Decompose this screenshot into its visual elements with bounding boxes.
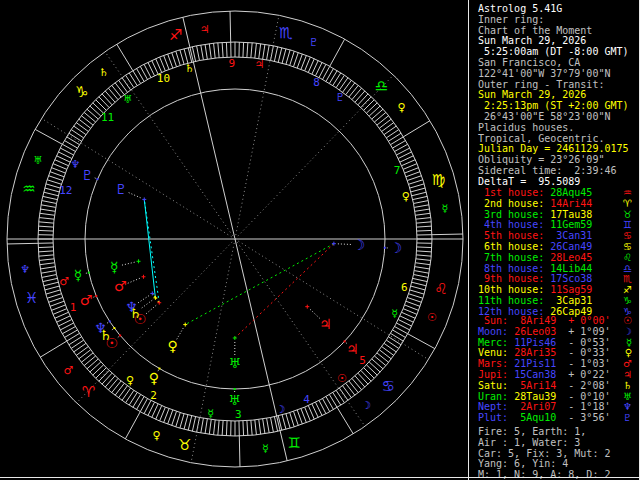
degree-tick bbox=[50, 172, 64, 177]
degree-tick bbox=[415, 213, 430, 215]
degree-tick bbox=[297, 410, 302, 424]
planet-velocity: - 2°08' bbox=[568, 381, 610, 392]
degree-tick bbox=[388, 133, 401, 141]
degree-tick bbox=[346, 83, 355, 95]
house-label: 7th house: bbox=[478, 253, 550, 264]
sign-boundary bbox=[408, 334, 435, 349]
sign-glyph-taurus: ♉ bbox=[178, 436, 191, 454]
sign-glyph-aquarius: ♒ bbox=[22, 180, 35, 198]
degree-tick bbox=[48, 176, 62, 181]
degree-tick bbox=[214, 420, 216, 435]
degree-tick bbox=[361, 97, 371, 108]
degree-tick bbox=[411, 286, 425, 290]
degree-tick bbox=[282, 49, 286, 63]
degree-tick bbox=[278, 48, 282, 63]
degree-tick bbox=[112, 381, 121, 393]
house-ruler-icon-11: ♅ bbox=[123, 93, 133, 106]
degree-tick bbox=[201, 45, 204, 60]
degree-tick bbox=[251, 420, 252, 435]
degree-tick bbox=[377, 353, 389, 362]
natal-planet-glyph-mercury: ☿ bbox=[110, 259, 119, 275]
house-ruler-icon-3: ☿ bbox=[207, 407, 214, 420]
degree-tick bbox=[349, 85, 358, 97]
degree-tick bbox=[129, 392, 137, 405]
degree-tick bbox=[414, 201, 429, 204]
degree-tick bbox=[412, 282, 427, 286]
transit-dot-mars bbox=[95, 295, 97, 297]
transit-dot-saturn bbox=[113, 327, 115, 329]
degree-tick bbox=[374, 356, 385, 366]
aspect-line-moon-venus bbox=[185, 244, 334, 325]
degree-tick bbox=[184, 49, 188, 63]
degree-tick bbox=[129, 73, 137, 86]
planet-row-2: Moon: 26Leo03 + 1°09'☽ bbox=[470, 327, 640, 338]
sign-glyph-virgo: ♍ bbox=[432, 171, 445, 189]
natal-planet-glyph-jupiter: ♃ bbox=[319, 316, 332, 332]
degree-tick bbox=[369, 362, 380, 372]
degree-tick bbox=[214, 43, 216, 58]
degree-tick bbox=[81, 116, 93, 125]
chart-info: Astrolog 5.41GInner ring:Chart of the Mo… bbox=[470, 4, 640, 188]
transit-dot-mercury bbox=[88, 272, 90, 274]
degree-tick bbox=[39, 255, 54, 256]
degree-tick bbox=[76, 123, 88, 132]
natal-pointer-pluto bbox=[129, 193, 141, 198]
planet-position-value: 26Leo03 bbox=[514, 327, 568, 338]
degree-tick bbox=[164, 409, 169, 423]
transit-dot-jupiter bbox=[344, 340, 346, 342]
sign-boundary bbox=[403, 121, 430, 137]
sign-icon: ♈ bbox=[623, 199, 632, 210]
degree-tick bbox=[108, 378, 118, 389]
degree-tick bbox=[69, 337, 82, 345]
planet-row-10: Plut: 5Aqu10 - 3°56'♇ bbox=[470, 413, 640, 424]
transit-pointer-mercury bbox=[84, 273, 87, 274]
degree-tick bbox=[205, 44, 207, 59]
degree-tick bbox=[87, 359, 98, 369]
house-number-11: 11 bbox=[101, 111, 114, 124]
transit-planet-glyph-jupiter: ♃ bbox=[346, 341, 359, 357]
degree-tick bbox=[417, 230, 432, 231]
panel-divider bbox=[468, 0, 469, 480]
degree-tick bbox=[415, 267, 430, 269]
degree-tick bbox=[414, 205, 429, 208]
degree-tick bbox=[297, 54, 302, 68]
sign-boundary bbox=[230, 11, 231, 42]
degree-tick bbox=[386, 340, 398, 348]
degree-tick bbox=[416, 255, 431, 256]
degree-tick bbox=[79, 119, 91, 128]
degree-tick bbox=[405, 305, 419, 310]
degree-tick bbox=[122, 78, 131, 90]
degree-tick bbox=[226, 421, 227, 436]
degree-tick bbox=[43, 278, 58, 281]
degree-tick bbox=[286, 414, 290, 428]
info-line-6: 122°41'00"W 37°79'00"N bbox=[470, 69, 640, 80]
degree-tick bbox=[209, 419, 211, 434]
degree-tick bbox=[90, 106, 101, 116]
degree-tick bbox=[176, 413, 181, 427]
degree-tick bbox=[333, 392, 341, 405]
sign-glyph-capricorn: ♑ bbox=[75, 83, 88, 101]
house-ruler-icon-8: ♇ bbox=[335, 91, 345, 104]
house-number-8: 8 bbox=[313, 76, 320, 89]
degree-tick bbox=[382, 347, 394, 356]
degree-tick bbox=[180, 50, 184, 64]
house-ruler-icon-2: ♀ bbox=[126, 374, 134, 387]
planet-position-value: 5Ari14 bbox=[514, 381, 568, 392]
transit-dot-neptune bbox=[109, 320, 111, 322]
house-ruler-icon-6: ☿ bbox=[391, 307, 398, 320]
degree-tick bbox=[102, 373, 112, 384]
degree-tick bbox=[339, 78, 348, 90]
transit-dot-sun bbox=[119, 334, 121, 336]
sign-ruler-icon-libra: ♀ bbox=[397, 101, 405, 114]
element-summary: Fire: 5, Earth: 1,Air : 1, Water: 3Car: … bbox=[470, 427, 640, 480]
house-ruler-icon-4: ☽ bbox=[276, 403, 286, 416]
degree-tick bbox=[41, 205, 56, 208]
degree-tick bbox=[358, 373, 368, 384]
transit-planet-glyph-mercury: ☿ bbox=[74, 267, 83, 283]
degree-tick bbox=[96, 100, 107, 111]
info-panel: Astrolog 5.41GInner ring:Chart of the Mo… bbox=[470, 0, 640, 480]
degree-tick bbox=[105, 376, 115, 387]
degree-tick bbox=[417, 226, 432, 227]
degree-tick bbox=[47, 294, 61, 299]
degree-tick bbox=[243, 421, 244, 436]
